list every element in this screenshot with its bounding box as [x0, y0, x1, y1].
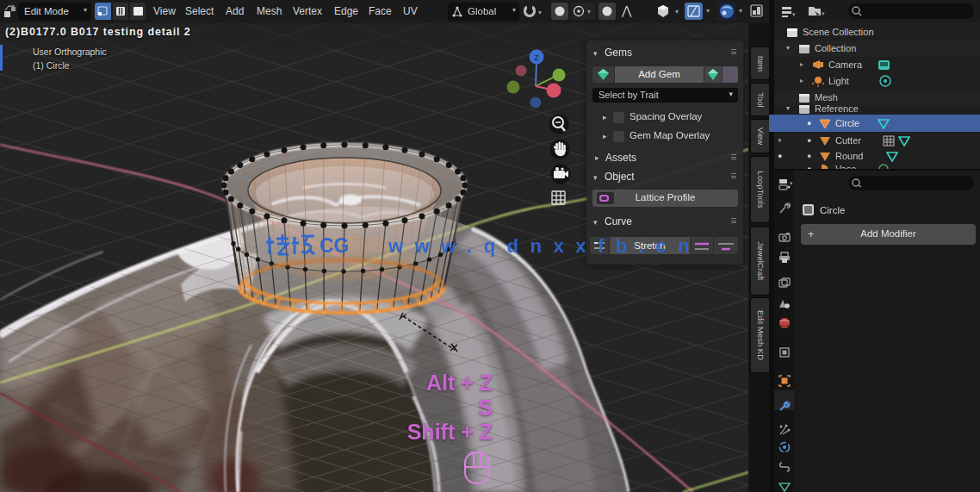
svg-text:▾: ▾ — [538, 9, 542, 16]
svg-text:▾: ▾ — [587, 8, 591, 16]
svg-text:▾: ▾ — [822, 10, 825, 16]
svg-text:▾: ▾ — [790, 180, 793, 186]
svg-text:Z: Z — [534, 53, 539, 62]
svg-text:▾: ▾ — [675, 8, 679, 16]
svg-text:www.qdnxxfb.cn: www.qdnxxfb.cn — [388, 235, 701, 257]
svg-text:▾: ▾ — [792, 11, 796, 17]
svg-text:CG: CG — [319, 234, 350, 257]
